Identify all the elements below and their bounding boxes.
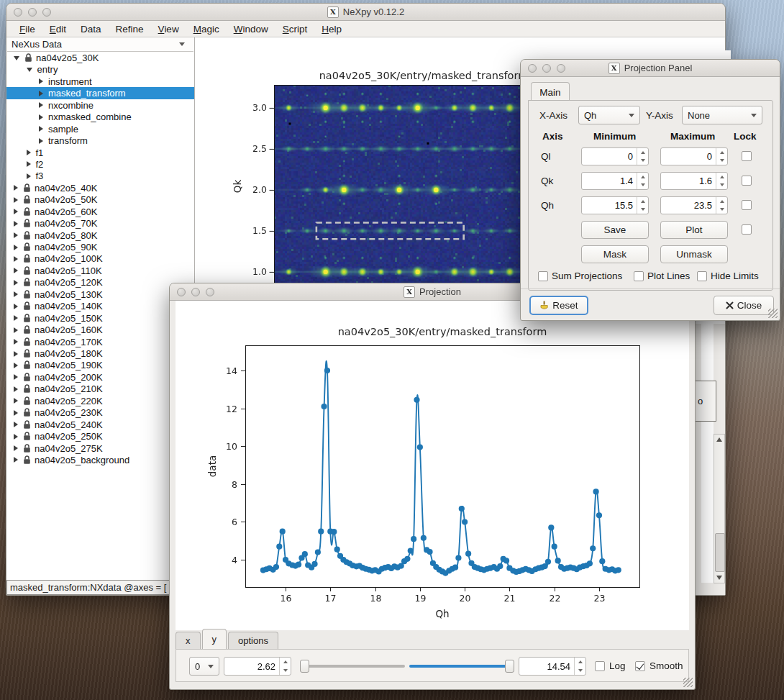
projection-line-figure[interactable] <box>176 301 689 630</box>
maximize-window-icon[interactable] <box>42 8 51 17</box>
window-controls[interactable] <box>14 8 51 17</box>
tree-combo[interactable]: NeXus Data <box>7 37 193 52</box>
tree-item-na04v2o5_190K[interactable]: na04v2o5_190K <box>6 359 194 371</box>
tree-item-f2[interactable]: f2 <box>6 158 194 171</box>
tree-item-na04v2o5_170K[interactable]: na04v2o5_170K <box>6 336 194 348</box>
resize-grip[interactable] <box>683 678 693 687</box>
tree-item-na04v2o5_120K[interactable]: na04v2o5_120K <box>6 276 194 288</box>
tree-item-transform[interactable]: transform <box>6 135 194 147</box>
collapsed-arrow-icon[interactable] <box>14 457 18 463</box>
ql-min-spinbox[interactable]: 0 <box>581 147 649 165</box>
tree-item-f1[interactable]: f1 <box>6 147 194 159</box>
collapsed-arrow-icon[interactable] <box>14 245 18 250</box>
collapsed-arrow-icon[interactable] <box>14 221 18 227</box>
tree-item-na04v2o5_90K[interactable]: na04v2o5_90K <box>6 241 194 253</box>
collapsed-arrow-icon[interactable] <box>39 78 43 84</box>
ymin-spinbox[interactable]: 2.62 <box>224 657 291 676</box>
tree-item-nxmasked_combine[interactable]: nxmasked_combine <box>6 111 194 123</box>
tree-item-na04v2o5_150K[interactable]: na04v2o5_150K <box>6 312 194 324</box>
spin-down-icon[interactable] <box>575 666 585 675</box>
panel-close-button[interactable]: Close <box>714 296 774 315</box>
tree-item-na04v2o5_30K[interactable]: na04v2o5_30K <box>6 52 194 64</box>
tree-item-na04v2o5_130K[interactable]: na04v2o5_130K <box>6 288 194 301</box>
tree-item-na04v2o5_250K[interactable]: na04v2o5_250K <box>6 430 194 442</box>
ymax-slider[interactable] <box>409 660 514 673</box>
tree-item-na04v2o5_140K[interactable]: na04v2o5_140K <box>6 300 194 312</box>
hide-limits-checkbox[interactable] <box>697 271 707 281</box>
menu-view[interactable]: View <box>151 22 186 36</box>
collapsed-arrow-icon[interactable] <box>27 150 31 155</box>
tree-item-na04v2o5_110K[interactable]: na04v2o5_110K <box>6 265 194 277</box>
ql-lock-checkbox[interactable] <box>742 151 752 161</box>
collapsed-arrow-icon[interactable] <box>14 291 18 297</box>
collapsed-arrow-icon[interactable] <box>14 280 18 286</box>
collapsed-arrow-icon[interactable] <box>14 351 18 357</box>
tree-item-na04v2o5_200K[interactable]: na04v2o5_200K <box>6 371 194 383</box>
collapsed-arrow-icon[interactable] <box>39 138 43 144</box>
close-window-icon[interactable] <box>528 64 537 73</box>
ymin-slider[interactable] <box>300 660 405 673</box>
main-titlebar[interactable]: X NeXpy v0.12.2 <box>6 4 725 21</box>
scrollbar-thumb[interactable] <box>715 533 725 572</box>
minimize-window-icon[interactable] <box>28 8 37 17</box>
yaxis-combo[interactable]: None <box>682 106 762 124</box>
tree-item-na04v2o5_275K[interactable]: na04v2o5_275K <box>6 442 194 455</box>
collapsed-arrow-icon[interactable] <box>14 434 18 440</box>
vertical-scrollbar[interactable] <box>714 434 725 583</box>
mask-button[interactable]: Mask <box>581 245 649 263</box>
collapsed-arrow-icon[interactable] <box>14 410 18 416</box>
menu-magic[interactable]: Magic <box>186 22 227 36</box>
tree-item-na04v2o5_240K[interactable]: na04v2o5_240K <box>6 419 194 431</box>
unmask-button[interactable]: Unmask <box>660 245 728 263</box>
collapsed-arrow-icon[interactable] <box>14 386 18 392</box>
reset-button[interactable]: Reset <box>529 296 588 315</box>
collapsed-arrow-icon[interactable] <box>27 161 31 167</box>
minimize-window-icon[interactable] <box>191 288 200 296</box>
menu-edit[interactable]: Edit <box>42 22 73 36</box>
plot-button[interactable]: Plot <box>660 221 728 239</box>
qk-lock-checkbox[interactable] <box>742 176 752 186</box>
collapsed-arrow-icon[interactable] <box>39 114 43 120</box>
collapsed-arrow-icon[interactable] <box>14 422 18 427</box>
slider-thumb[interactable] <box>300 660 309 673</box>
plot-lines-checkbox[interactable] <box>634 271 644 281</box>
tree-item-na04v2o5_background[interactable]: na04v2o5_background <box>6 454 194 466</box>
tree-item-na04v2o5_230K[interactable]: na04v2o5_230K <box>6 406 194 419</box>
qh-max-spinbox[interactable]: 23.5 <box>660 196 728 214</box>
tree-item-na04v2o5_220K[interactable]: na04v2o5_220K <box>6 395 194 407</box>
collapsed-arrow-icon[interactable] <box>14 185 18 191</box>
log-checkbox[interactable] <box>595 661 605 671</box>
tree-item-na04v2o5_60K[interactable]: na04v2o5_60K <box>6 206 194 218</box>
slider-thumb[interactable] <box>505 660 514 673</box>
collapsed-arrow-icon[interactable] <box>14 374 18 380</box>
panel-titlebar[interactable]: X Projection Panel <box>521 60 780 77</box>
partial-spinbox[interactable]: o <box>694 381 716 422</box>
close-window-icon[interactable] <box>14 8 22 17</box>
tree-item-na04v2o5_50K[interactable]: na04v2o5_50K <box>6 194 194 206</box>
expanded-arrow-icon[interactable] <box>14 56 19 60</box>
qh-min-spinbox[interactable]: 15.5 <box>581 196 649 214</box>
tree-item-f3[interactable]: f3 <box>6 170 194 182</box>
scroll-down-icon[interactable] <box>714 573 724 583</box>
maximize-window-icon[interactable] <box>206 288 214 296</box>
menu-help[interactable]: Help <box>314 22 349 36</box>
tab-y[interactable]: y <box>202 629 227 649</box>
ymax-spinbox[interactable]: 14.54 <box>519 657 586 676</box>
menu-window[interactable]: Window <box>227 22 275 36</box>
collapsed-arrow-icon[interactable] <box>14 232 18 238</box>
extra-lock-checkbox[interactable] <box>742 224 752 235</box>
collapsed-arrow-icon[interactable] <box>14 363 18 368</box>
scroll-up-icon[interactable] <box>714 435 724 445</box>
tree-item-na04v2o5_180K[interactable]: na04v2o5_180K <box>6 347 194 360</box>
tab-options[interactable]: options <box>228 632 278 649</box>
menu-file[interactable]: File <box>12 22 42 36</box>
qh-lock-checkbox[interactable] <box>742 200 752 210</box>
xaxis-combo[interactable]: Qh <box>578 106 640 124</box>
tree-item-na04v2o5_80K[interactable]: na04v2o5_80K <box>6 229 194 242</box>
collapsed-arrow-icon[interactable] <box>14 445 18 451</box>
slider-track[interactable] <box>409 665 514 668</box>
minimize-window-icon[interactable] <box>542 64 551 73</box>
collapsed-arrow-icon[interactable] <box>14 268 18 273</box>
tree-item-na04v2o5_100K[interactable]: na04v2o5_100K <box>6 253 194 265</box>
sum-projections-checkbox[interactable] <box>538 271 548 281</box>
